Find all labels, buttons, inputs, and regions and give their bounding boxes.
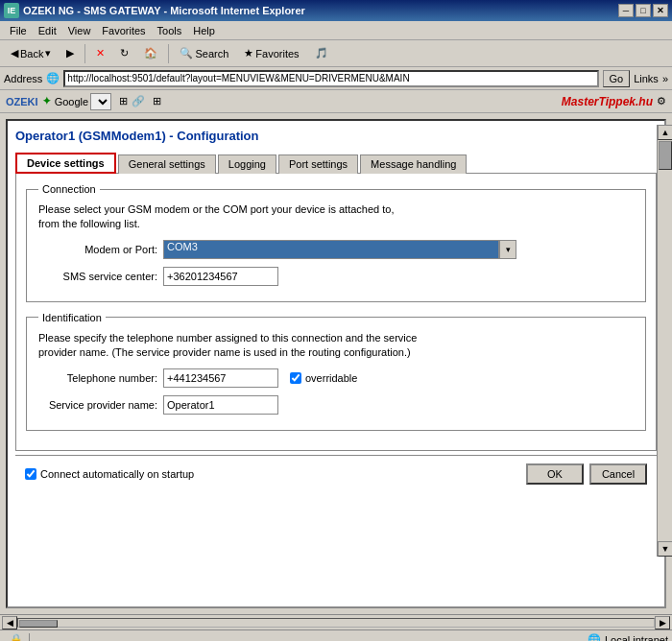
google-select[interactable] [90,93,111,110]
connection-description: Please select your GSM modem or the COM … [38,202,634,232]
network-label: Local intranet [605,634,668,642]
scroll-left-button[interactable]: ◀ [2,616,17,629]
refresh-icon: ↻ [120,47,129,59]
menu-view[interactable]: View [62,24,97,37]
menu-help[interactable]: Help [187,24,221,37]
menu-tools[interactable]: Tools [152,24,188,37]
toolbar: ◀ Back ▾ ▶ ✕ ↻ 🏠 🔍 Search ★ Favorites 🎵 [0,40,672,67]
menu-bar: File Edit View Favorites Tools Help [0,21,672,40]
status-right: 🌐 Local intranet [588,633,668,641]
address-input[interactable] [63,70,598,87]
overridable-checkbox[interactable] [290,372,301,384]
links-label[interactable]: Links [634,73,659,84]
back-button[interactable]: ◀ Back ▾ [4,43,58,64]
home-icon: 🏠 [144,47,157,59]
ozeki-logo: OZEKI [6,96,38,107]
telephone-label: Telephone number: [38,372,163,384]
telephone-input[interactable] [163,368,278,388]
toolbar-separator2 [168,44,169,63]
favorites-label: Favorites [255,48,299,59]
back-label: Back [20,48,43,59]
favorites-icon: ★ [244,47,253,59]
restore-button[interactable]: □ [636,4,651,17]
back-dropdown-icon: ▾ [45,47,51,59]
network-icon: 🌐 [588,633,601,641]
menu-edit[interactable]: Edit [33,24,62,37]
bottom-bar: Connect automatically on startup OK Canc… [15,455,657,492]
toolbar2: OZEKI ✦ Google ⊞ 🔗 ⊞ MasterTippek.hu ⚙ [0,90,672,113]
identification-legend: Identification [38,312,106,323]
mastertippek-logo: MasterTippek.hu [562,95,653,108]
status-icon: 🔒 [10,633,23,641]
auto-connect-checkbox[interactable] [25,468,36,480]
google-label: Google [55,96,88,107]
home-button[interactable]: 🏠 [137,43,164,64]
tab-logging[interactable]: Logging [218,154,276,174]
window-controls[interactable]: ─ □ ✕ [618,4,668,17]
modem-dropdown-button[interactable]: ▾ [499,240,516,259]
go-button[interactable]: Go [603,70,631,87]
scroll-thumb-vertical[interactable] [659,141,672,170]
forward-icon: ▶ [66,47,74,59]
sms-center-label: SMS service center: [38,271,163,282]
scroll-up-button[interactable]: ▲ [658,125,672,140]
modem-port-select-wrap: COM3 ▾ [163,240,516,259]
scrollbar-vertical: ▲ ▼ [657,125,672,557]
content-panel: Operator1 (GSMModem1) - Configuration De… [6,119,666,608]
forward-button[interactable]: ▶ [60,43,81,64]
identification-group: Identification Please specify the teleph… [26,312,646,431]
main-area: Operator1 (GSMModem1) - Configuration De… [0,113,672,614]
toolbar2-icon3: ⊞ [153,95,161,107]
scroll-right-button[interactable]: ▶ [655,616,670,629]
ok-button[interactable]: OK [526,463,584,485]
stop-icon: ✕ [96,47,105,59]
connection-group: Connection Please select your GSM modem … [26,183,646,302]
menu-file[interactable]: File [4,24,33,37]
sms-center-row: SMS service center: [38,267,634,286]
identification-description: Please specify the telephone number assi… [38,331,634,361]
mastertippek-logo-wrap: MasterTippek.hu ⚙ [562,95,666,108]
modem-port-label: Modem or Port: [38,244,163,255]
telephone-row: Telephone number: overridable [38,368,634,388]
toolbar2-icon1: ⊞ [119,95,128,107]
scrollbar-horizontal: ◀ ▶ [0,614,672,629]
connection-legend: Connection [38,183,100,195]
title-bar: IE OZEKI NG - SMS GATEWAY - Microsoft In… [0,0,672,21]
tabs: Device settings General settings Logging… [15,153,657,174]
tab-message-handling[interactable]: Message handling [360,154,467,174]
minimize-button[interactable]: ─ [618,4,634,17]
bottom-buttons: OK Cancel [526,463,647,485]
close-button[interactable]: ✕ [653,4,668,17]
search-button[interactable]: 🔍 Search [173,43,235,64]
modem-port-select[interactable]: COM3 [163,240,499,259]
search-label: Search [195,48,228,59]
window-title: OZEKI NG - SMS GATEWAY - Microsoft Inter… [23,5,305,16]
tab-port-settings[interactable]: Port settings [278,154,358,174]
favorites-button[interactable]: ★ Favorites [237,43,305,64]
address-bar: Address 🌐 Go Links » [0,67,672,90]
sms-center-input[interactable] [163,267,278,286]
scroll-thumb-horizontal[interactable] [19,620,58,628]
scroll-down-button[interactable]: ▼ [658,541,672,557]
cancel-button[interactable]: Cancel [589,463,647,485]
status-separator [29,633,30,642]
status-bar: 🔒 🌐 Local intranet [0,629,672,641]
google-search-wrap: Google [55,93,111,110]
tab-device-settings[interactable]: Device settings [15,153,116,174]
app-icon: IE [4,3,19,18]
stop-button[interactable]: ✕ [89,43,111,64]
provider-row: Service provider name: [38,395,634,415]
tab-general-settings[interactable]: General settings [118,154,216,174]
scroll-track-vertical [658,140,672,541]
address-label: Address [4,73,42,84]
refresh-button[interactable]: ↻ [113,43,135,64]
media-button[interactable]: 🎵 [308,43,335,64]
modem-port-row: Modem or Port: COM3 ▾ [38,240,634,259]
overridable-label: overridable [305,372,357,384]
provider-input[interactable] [163,395,278,415]
menu-favorites[interactable]: Favorites [96,24,151,37]
toolbar-separator [84,44,85,63]
media-icon: 🎵 [315,47,328,59]
search-icon: 🔍 [180,47,193,59]
ozeki-icon: ✦ [42,95,51,107]
